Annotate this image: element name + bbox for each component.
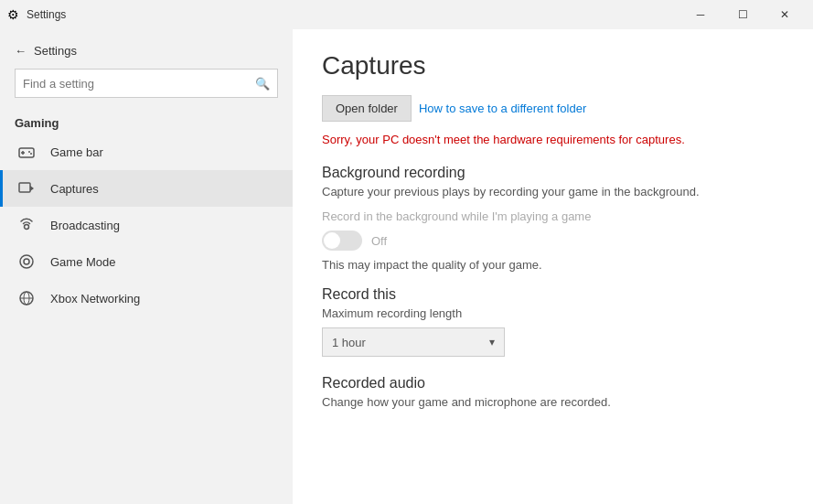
- chevron-down-icon: ▾: [489, 336, 495, 349]
- recorded-audio-heading: Recorded audio: [322, 375, 784, 391]
- record-this-sub: Maximum recording length: [322, 306, 784, 320]
- svg-marker-6: [30, 186, 34, 191]
- background-record-toggle[interactable]: [322, 231, 362, 251]
- search-box: 🔍: [15, 69, 278, 98]
- game-mode-icon: [17, 252, 36, 271]
- minimize-button[interactable]: ─: [679, 0, 722, 29]
- svg-point-9: [24, 259, 29, 264]
- section-label: Gaming: [0, 109, 293, 134]
- sidebar-item-captures-label: Captures: [50, 182, 99, 196]
- page-title: Captures: [322, 51, 784, 80]
- sidebar-item-game-mode[interactable]: Game Mode: [0, 243, 293, 280]
- app-content: ← Settings 🔍 Gaming Game bar Captures Br…: [0, 29, 813, 504]
- sidebar-item-xbox-networking[interactable]: Xbox Networking: [0, 280, 293, 316]
- sidebar: ← Settings 🔍 Gaming Game bar Captures Br…: [0, 29, 293, 504]
- open-folder-button[interactable]: Open folder: [322, 95, 412, 122]
- dropdown-value: 1 hour: [332, 336, 366, 349]
- sidebar-item-captures[interactable]: Captures: [0, 170, 293, 207]
- title-bar-controls: ─ ☐ ✕: [679, 0, 806, 29]
- recorded-audio-desc: Change how your game and microphone are …: [322, 395, 784, 409]
- svg-point-7: [25, 225, 29, 230]
- back-label: Settings: [34, 44, 77, 58]
- error-message: Sorry, your PC doesn't meet the hardware…: [322, 133, 779, 146]
- background-recording-desc: Capture your previous plays by recording…: [322, 185, 779, 198]
- maximize-button[interactable]: ☐: [722, 0, 764, 29]
- svg-point-3: [28, 151, 30, 153]
- impact-text: This may impact the quality of your game…: [322, 258, 784, 272]
- how-to-save-link[interactable]: How to save to a different folder: [419, 102, 586, 115]
- svg-point-8: [20, 255, 33, 268]
- close-button[interactable]: ✕: [764, 0, 806, 29]
- recording-length-dropdown[interactable]: 1 hour ▾: [322, 327, 505, 357]
- sidebar-item-broadcasting-label: Broadcasting: [50, 219, 120, 232]
- svg-rect-5: [19, 183, 30, 192]
- dropdown-row: 1 hour ▾: [322, 327, 784, 357]
- title-bar-left: ⚙ Settings: [7, 7, 66, 22]
- toggle-row: Off: [322, 231, 784, 251]
- xbox-networking-icon: [17, 289, 36, 307]
- back-icon: ←: [15, 44, 27, 58]
- settings-icon: ⚙: [7, 7, 19, 22]
- title-bar: ⚙ Settings ─ ☐ ✕: [0, 0, 813, 29]
- sidebar-item-xbox-networking-label: Xbox Networking: [50, 292, 140, 306]
- sidebar-item-game-bar-label: Game bar: [50, 145, 103, 159]
- game-bar-icon: [17, 143, 36, 161]
- main-content: Captures Open folder How to save to a di…: [293, 29, 813, 504]
- captures-icon: [17, 179, 36, 198]
- title-bar-title: Settings: [27, 8, 66, 21]
- search-icon: 🔍: [255, 77, 270, 91]
- record-this-heading: Record this: [322, 286, 784, 303]
- search-input[interactable]: [23, 77, 255, 91]
- sidebar-item-game-bar[interactable]: Game bar: [0, 134, 293, 170]
- broadcasting-icon: [17, 216, 36, 234]
- record-background-label: Record in the background while I'm playi…: [322, 209, 784, 223]
- back-button[interactable]: ← Settings: [0, 37, 293, 65]
- background-recording-heading: Background recording: [322, 165, 784, 181]
- folder-row: Open folder How to save to a different f…: [322, 95, 784, 122]
- svg-point-4: [30, 153, 32, 155]
- sidebar-item-game-mode-label: Game Mode: [50, 255, 116, 269]
- sidebar-item-broadcasting[interactable]: Broadcasting: [0, 207, 293, 243]
- toggle-state-label: Off: [371, 234, 387, 248]
- toggle-knob: [324, 232, 340, 249]
